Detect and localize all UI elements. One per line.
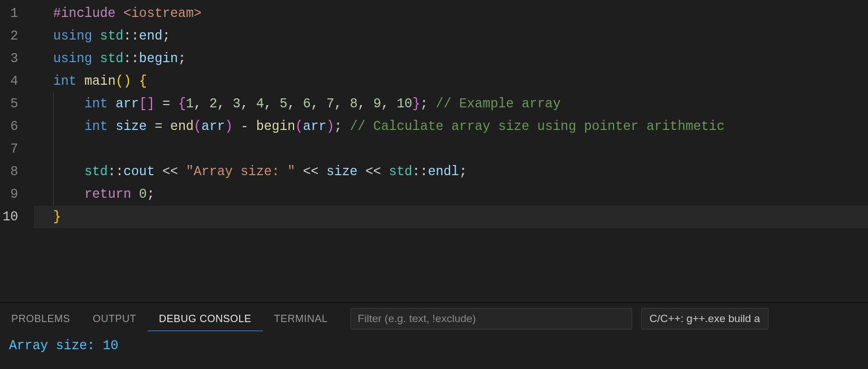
- tab-terminal[interactable]: TERMINAL: [263, 306, 339, 331]
- code-token: std: [100, 51, 123, 66]
- code-line[interactable]: return 0;: [34, 183, 868, 206]
- code-token: [248, 119, 256, 134]
- code-token: using: [53, 29, 92, 44]
- code-token: ): [225, 119, 233, 134]
- code-token: ,: [217, 97, 233, 111]
- code-line[interactable]: }: [34, 206, 868, 228]
- code-token: ::: [412, 164, 428, 179]
- code-token: endl: [428, 164, 459, 179]
- code-token: ;: [178, 51, 186, 66]
- code-token: int: [84, 97, 107, 111]
- code-token: [342, 119, 350, 134]
- code-token: (: [115, 74, 123, 89]
- code-token: end: [170, 119, 193, 134]
- code-line[interactable]: using std::begin;: [34, 47, 868, 70]
- code-token: begin: [256, 119, 295, 134]
- code-line[interactable]: [34, 138, 868, 160]
- code-token: =: [162, 97, 170, 111]
- panel-filter: [351, 308, 632, 329]
- code-token: ,: [194, 97, 210, 111]
- code-token: end: [139, 29, 162, 44]
- line-number: 8: [0, 160, 18, 183]
- code-token: [178, 164, 186, 179]
- line-number: 10: [0, 206, 18, 228]
- filter-input[interactable]: [351, 308, 632, 329]
- code-token: [381, 164, 389, 179]
- code-token: [233, 119, 241, 134]
- code-token: arr: [115, 97, 139, 111]
- code-token: =: [154, 119, 162, 134]
- indent-guide: [53, 183, 54, 206]
- code-token: 1: [186, 97, 194, 111]
- code-token: 3: [233, 97, 241, 111]
- indent-guide: [53, 160, 54, 183]
- code-token: // Example array: [436, 97, 561, 111]
- code-token: 10: [397, 97, 413, 111]
- line-number: 2: [0, 25, 18, 47]
- code-token: [: [139, 97, 147, 111]
- code-token: [131, 187, 139, 202]
- indent-guide: [53, 138, 54, 160]
- code-editor[interactable]: 12345678910 #include <iostream>using std…: [0, 0, 868, 302]
- code-token: 4: [256, 97, 264, 111]
- code-token: using: [53, 51, 92, 66]
- indent-guide: [53, 115, 54, 138]
- code-line[interactable]: #include <iostream>: [34, 2, 868, 25]
- code-token: ::: [123, 29, 139, 44]
- indent-guide: [53, 93, 54, 115]
- code-token: ;: [334, 119, 342, 134]
- code-token: // Calculate array size using pointer ar…: [350, 119, 725, 134]
- line-number: 1: [0, 2, 18, 25]
- code-line[interactable]: using std::end;: [34, 25, 868, 47]
- bottom-panel: PROBLEMS OUTPUT DEBUG CONSOLE TERMINAL C…: [0, 302, 868, 369]
- code-token: int: [53, 74, 76, 89]
- code-token: ]: [147, 97, 155, 111]
- code-token: 0: [139, 187, 147, 202]
- code-token: begin: [139, 51, 178, 66]
- code-token: [53, 187, 84, 202]
- code-line[interactable]: int arr[] = {1, 2, 3, 4, 5, 6, 7, 8, 9, …: [34, 93, 868, 115]
- code-token: size: [326, 164, 357, 179]
- code-token: return: [84, 187, 131, 202]
- code-token: [155, 97, 163, 111]
- code-token: ): [326, 119, 334, 134]
- code-token: 7: [326, 97, 334, 111]
- tab-debug-console[interactable]: DEBUG CONSOLE: [148, 306, 263, 331]
- code-token: ,: [264, 97, 280, 111]
- code-token: 2: [209, 97, 217, 111]
- code-token: -: [240, 119, 248, 134]
- code-token: [108, 119, 116, 134]
- code-token: [53, 119, 84, 134]
- code-token: arr: [201, 119, 224, 134]
- code-token: 6: [303, 97, 311, 111]
- code-token: std: [389, 164, 412, 179]
- code-line[interactable]: std::cout << "Array size: " << size << s…: [34, 160, 868, 183]
- code-token: {: [139, 74, 147, 89]
- debug-console-output[interactable]: Array size: 10: [0, 334, 868, 369]
- task-dropdown[interactable]: C/C++: g++.exe build a: [641, 308, 768, 329]
- code-token: <iostream>: [123, 6, 201, 21]
- code-line[interactable]: int size = end(arr) - begin(arr); // Cal…: [34, 115, 868, 138]
- code-token: }: [412, 97, 420, 111]
- code-token: [318, 164, 326, 179]
- code-token: [108, 97, 116, 111]
- code-token: int: [84, 119, 107, 134]
- code-area[interactable]: #include <iostream>using std::end;using …: [34, 2, 868, 302]
- code-token: <<: [365, 164, 381, 179]
- code-line[interactable]: int main() {: [34, 70, 868, 93]
- code-token: ,: [334, 97, 350, 111]
- tab-output[interactable]: OUTPUT: [81, 306, 148, 331]
- line-number: 5: [0, 93, 18, 115]
- code-token: [357, 164, 365, 179]
- panel-tab-bar: PROBLEMS OUTPUT DEBUG CONSOLE TERMINAL C…: [0, 303, 868, 334]
- line-number: 9: [0, 183, 18, 206]
- tab-problems[interactable]: PROBLEMS: [0, 306, 81, 331]
- code-token: ,: [358, 97, 374, 111]
- code-token: ;: [420, 97, 428, 111]
- code-token: [170, 97, 178, 111]
- code-token: 5: [279, 97, 287, 111]
- code-token: ,: [311, 97, 327, 111]
- code-token: ::: [108, 164, 124, 179]
- code-token: [92, 51, 100, 66]
- code-token: ;: [162, 29, 170, 44]
